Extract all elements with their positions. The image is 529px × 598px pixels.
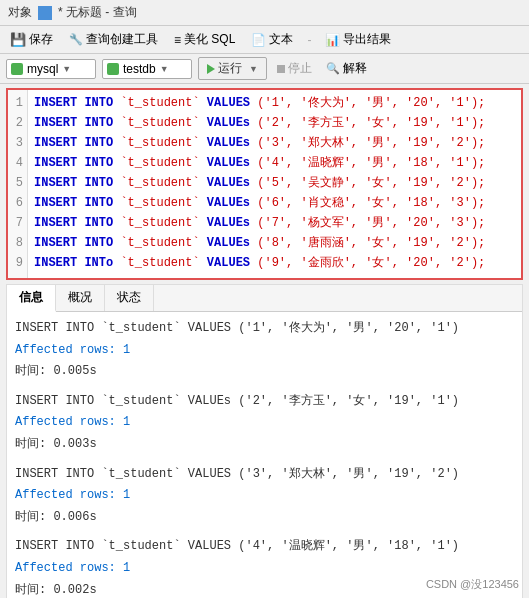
result-sql: INSERT INTO `t_student` VALUES ('4', '温晓… <box>15 536 514 558</box>
explain-label: 解释 <box>343 60 367 77</box>
main-toolbar: 💾 保存 🔧 查询创建工具 ≡ 美化 SQL 📄 文本 - 📊 导出结果 <box>0 26 529 54</box>
stop-label: 停止 <box>288 60 312 77</box>
result-panel: 信息概况状态 INSERT INTO `t_student` VALUES ('… <box>6 284 523 598</box>
query-tool-icon: 🔧 <box>69 33 83 46</box>
result-block-1: INSERT INTO `t_student` VALUEs ('2', '李方… <box>15 391 514 456</box>
query-tool-label: 查询创建工具 <box>86 31 158 48</box>
code-line-8: INSERT INTO `t_student` VALUEs ('8', '唐雨… <box>34 234 485 254</box>
stop-button[interactable]: 停止 <box>273 58 316 79</box>
beautify-icon: ≡ <box>174 33 181 47</box>
result-time: 时间: 0.006s <box>15 507 514 529</box>
export-button[interactable]: 📊 导出结果 <box>321 29 395 50</box>
run-label: 运行 <box>218 60 242 77</box>
code-line-1: INSERT INTO `t_student` VALUES ('1', '佟大… <box>34 94 485 114</box>
code-line-6: INSERT INTO `t_student` VALUEs ('6', '肖文… <box>34 194 485 214</box>
text-button[interactable]: 📄 文本 <box>247 29 297 50</box>
export-icon: 📊 <box>325 33 340 47</box>
result-tabs: 信息概况状态 <box>7 285 522 312</box>
code-line-2: INSERT INTO `t_student` VALUEs ('2', '李方… <box>34 114 485 134</box>
window-title: * 无标题 - 查询 <box>58 4 137 21</box>
result-sql: INSERT INTO `t_student` VALUEs ('2', '李方… <box>15 391 514 413</box>
line-numbers: 12345 6789 <box>8 90 28 278</box>
beautify-button[interactable]: ≡ 美化 SQL <box>170 29 239 50</box>
result-tab-0[interactable]: 信息 <box>7 285 56 312</box>
result-affected: Affected rows: 1 <box>15 485 514 507</box>
result-tab-1[interactable]: 概况 <box>56 285 105 311</box>
run-button[interactable]: 运行 ▼ <box>198 57 267 80</box>
db2-chevron-icon: ▼ <box>160 64 169 74</box>
run-chevron-icon: ▼ <box>249 64 258 74</box>
db-bar: mysql ▼ testdb ▼ 运行 ▼ 停止 🔍 解释 <box>0 54 529 84</box>
db2-select[interactable]: testdb ▼ <box>102 59 192 79</box>
save-button[interactable]: 💾 保存 <box>6 29 57 50</box>
explain-icon: 🔍 <box>326 62 340 75</box>
db1-icon <box>11 63 23 75</box>
db2-icon <box>107 63 119 75</box>
result-sql: INSERT INTO `t_student` VALUES ('3', '郑大… <box>15 464 514 486</box>
object-label: 对象 <box>8 4 32 21</box>
play-icon <box>207 64 215 74</box>
code-lines[interactable]: INSERT INTO `t_student` VALUES ('1', '佟大… <box>28 90 491 278</box>
result-tab-2[interactable]: 状态 <box>105 285 154 311</box>
explain-button[interactable]: 🔍 解释 <box>322 58 371 79</box>
text-icon: 📄 <box>251 33 266 47</box>
result-time: 时间: 0.003s <box>15 434 514 456</box>
result-time: 时间: 0.005s <box>15 361 514 383</box>
title-bar: 对象 * 无标题 - 查询 <box>0 0 529 26</box>
db2-label: testdb <box>123 62 156 76</box>
query-tool-button[interactable]: 🔧 查询创建工具 <box>65 29 162 50</box>
code-line-4: INSERT INTO `t_student` VALUEs ('4', '温晓… <box>34 154 485 174</box>
result-content: INSERT INTO `t_student` VALUES ('1', '佟大… <box>7 312 522 598</box>
db1-label: mysql <box>27 62 58 76</box>
result-block-2: INSERT INTO `t_student` VALUES ('3', '郑大… <box>15 464 514 529</box>
separator: - <box>307 33 311 47</box>
watermark: CSDN @没123456 <box>426 577 519 592</box>
text-label: 文本 <box>269 31 293 48</box>
export-label: 导出结果 <box>343 31 391 48</box>
db1-chevron-icon: ▼ <box>62 64 71 74</box>
beautify-label: 美化 SQL <box>184 31 235 48</box>
code-line-5: INSERT INTO `t_student` VALUEs ('5', '吴文… <box>34 174 485 194</box>
code-line-7: INSERT INTO `t_student` VALUEs ('7', '杨文… <box>34 214 485 234</box>
code-line-3: INSERT INTO `t_student` VALUEs ('3', '郑大… <box>34 134 485 154</box>
result-affected: Affected rows: 1 <box>15 340 514 362</box>
code-editor[interactable]: 12345 6789 INSERT INTO `t_student` VALUE… <box>6 88 523 280</box>
db1-select[interactable]: mysql ▼ <box>6 59 96 79</box>
save-icon: 💾 <box>10 32 26 47</box>
save-label: 保存 <box>29 31 53 48</box>
result-affected: Affected rows: 1 <box>15 412 514 434</box>
result-block-0: INSERT INTO `t_student` VALUES ('1', '佟大… <box>15 318 514 383</box>
code-line-9: INSERT INTo `t_student` VALUES ('9', '金雨… <box>34 254 485 274</box>
stop-icon <box>277 65 285 73</box>
title-icon <box>38 6 52 20</box>
result-sql: INSERT INTO `t_student` VALUES ('1', '佟大… <box>15 318 514 340</box>
